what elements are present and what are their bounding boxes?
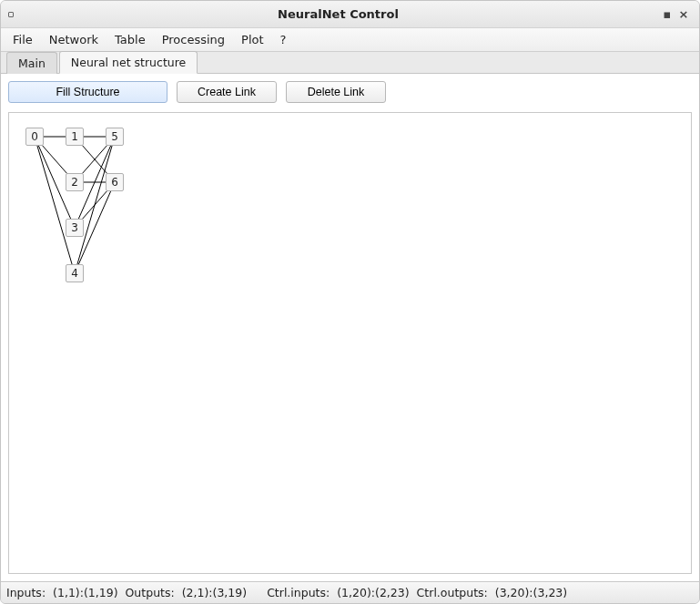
graph-node-4[interactable]: 4	[66, 264, 84, 282]
status-ctrl-outputs-label: Ctrl.outputs:	[417, 586, 488, 599]
minimize-button[interactable]: ▪	[659, 7, 675, 21]
fill-structure-button[interactable]: Fill Structure	[8, 81, 167, 103]
status-ctrl-outputs-value: (3,20):(3,23)	[495, 586, 567, 599]
menu-file[interactable]: File	[5, 31, 41, 48]
create-link-button[interactable]: Create Link	[177, 81, 277, 103]
tab-content: Fill Structure Create Link Delete Link 0…	[1, 74, 699, 581]
status-outputs-value: (2,1):(3,19)	[182, 586, 247, 599]
tab-main[interactable]: Main	[6, 52, 57, 74]
svg-line-10	[75, 137, 115, 273]
menu-plot[interactable]: Plot	[233, 31, 272, 48]
app-icon	[8, 12, 14, 17]
menubar: File Network Table Processing Plot ?	[1, 28, 699, 52]
graph-canvas[interactable]: 0123456	[8, 112, 692, 574]
graph-edges	[16, 118, 289, 392]
menu-processing[interactable]: Processing	[154, 31, 233, 48]
graph-node-0[interactable]: 0	[25, 128, 44, 146]
status-ctrl-inputs-value: (1,20):(2,23)	[337, 586, 409, 599]
window-title: NeuralNet Control	[17, 7, 659, 21]
graph-node-1[interactable]: 1	[66, 128, 84, 146]
delete-link-button[interactable]: Delete Link	[286, 81, 386, 103]
status-inputs-label: Inputs:	[6, 586, 46, 599]
toolbar: Fill Structure Create Link Delete Link	[8, 81, 692, 103]
status-ctrl-inputs-label: Ctrl.inputs:	[267, 586, 330, 599]
titlebar: NeuralNet Control ▪ ×	[1, 1, 699, 28]
tab-structure[interactable]: Neural net structure	[59, 51, 198, 74]
menu-network[interactable]: Network	[41, 31, 107, 48]
graph-node-5[interactable]: 5	[106, 128, 124, 146]
menu-table[interactable]: Table	[107, 31, 154, 48]
status-inputs-value: (1,1):(1,19)	[53, 586, 117, 599]
menu-help[interactable]: ?	[272, 31, 295, 48]
status-outputs-label: Outputs:	[126, 586, 175, 599]
graph-node-2[interactable]: 2	[66, 173, 84, 191]
close-button[interactable]: ×	[675, 7, 692, 21]
svg-line-3	[35, 137, 75, 273]
tabbar: Main Neural net structure	[1, 52, 699, 74]
graph-node-6[interactable]: 6	[106, 173, 124, 191]
graph-node-3[interactable]: 3	[66, 219, 84, 237]
window: NeuralNet Control ▪ × File Network Table…	[0, 0, 700, 604]
statusbar: Inputs: (1,1):(1,19) Outputs: (2,1):(3,1…	[1, 581, 699, 603]
